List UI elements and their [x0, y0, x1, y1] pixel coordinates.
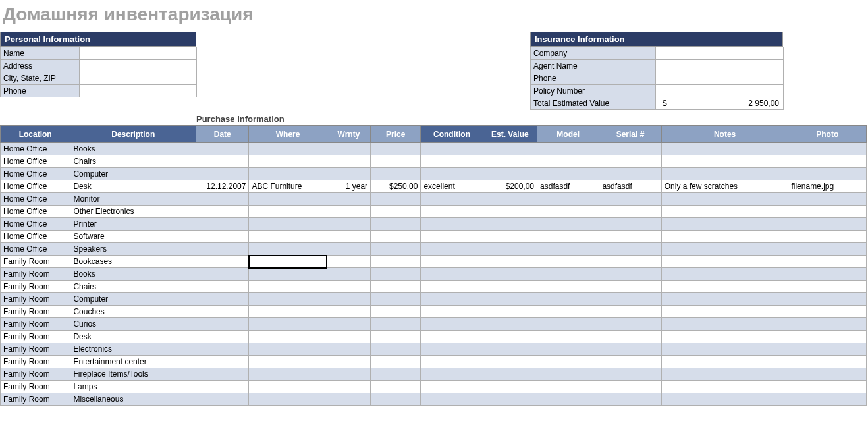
cell-price[interactable]	[371, 168, 421, 180]
cell-model[interactable]	[537, 343, 599, 356]
cell-price[interactable]	[371, 243, 421, 256]
cell-condition[interactable]	[421, 193, 483, 206]
cell-location[interactable]: Family Room	[1, 356, 70, 368]
cell-serial[interactable]	[599, 193, 661, 206]
cell-notes[interactable]	[661, 381, 788, 393]
cell-estvalue[interactable]	[483, 168, 537, 180]
cell-location[interactable]: Family Room	[1, 306, 70, 318]
cell-date[interactable]	[196, 143, 249, 155]
cell-location[interactable]: Home Office	[1, 193, 70, 206]
cell-model[interactable]	[537, 231, 599, 243]
cell-wrnty[interactable]	[327, 293, 370, 306]
cell-condition[interactable]	[421, 155, 483, 168]
cell-wrnty[interactable]	[327, 168, 370, 180]
cell-date[interactable]	[196, 231, 249, 243]
cell-date[interactable]	[196, 155, 249, 168]
cell-date[interactable]	[196, 268, 249, 281]
value-total[interactable]: $ 2 950,00	[656, 97, 784, 110]
cell-notes[interactable]	[661, 256, 788, 268]
cell-price[interactable]	[371, 293, 421, 306]
col-model[interactable]: Model	[537, 126, 599, 143]
cell-description[interactable]: Desk	[70, 331, 196, 343]
cell-wrnty[interactable]	[327, 281, 370, 293]
cell-condition[interactable]	[421, 293, 483, 306]
cell-price[interactable]	[371, 231, 421, 243]
cell-description[interactable]: Miscellaneous	[70, 393, 196, 406]
cell-location[interactable]: Family Room	[1, 381, 70, 393]
cell-description[interactable]: Other Electronics	[70, 206, 196, 218]
cell-estvalue[interactable]	[483, 318, 537, 331]
cell-serial[interactable]	[599, 218, 661, 231]
cell-photo[interactable]	[788, 268, 867, 281]
cell-condition[interactable]	[421, 168, 483, 180]
cell-location[interactable]: Family Room	[1, 343, 70, 356]
cell-description[interactable]: Books	[70, 268, 196, 281]
cell-price[interactable]	[371, 256, 421, 268]
cell-where[interactable]	[249, 193, 327, 206]
value-agent[interactable]	[656, 60, 784, 72]
cell-date[interactable]	[196, 243, 249, 256]
cell-condition[interactable]	[421, 393, 483, 406]
cell-model[interactable]	[537, 206, 599, 218]
cell-serial[interactable]: asdfasdf	[599, 180, 661, 193]
cell-photo[interactable]	[788, 306, 867, 318]
cell-price[interactable]	[371, 343, 421, 356]
cell-date[interactable]	[196, 206, 249, 218]
cell-model[interactable]	[537, 381, 599, 393]
cell-notes[interactable]	[661, 343, 788, 356]
cell-location[interactable]: Family Room	[1, 393, 70, 406]
cell-notes[interactable]	[661, 193, 788, 206]
cell-price[interactable]	[371, 193, 421, 206]
cell-estvalue[interactable]	[483, 206, 537, 218]
cell-notes[interactable]	[661, 331, 788, 343]
cell-description[interactable]: Lamps	[70, 381, 196, 393]
cell-where[interactable]: ABC Furniture	[249, 180, 327, 193]
cell-serial[interactable]	[599, 231, 661, 243]
cell-date[interactable]	[196, 331, 249, 343]
cell-model[interactable]	[537, 155, 599, 168]
cell-estvalue[interactable]	[483, 143, 537, 155]
cell-condition[interactable]: excellent	[421, 180, 483, 193]
cell-date[interactable]	[196, 281, 249, 293]
value-phone[interactable]	[80, 85, 197, 97]
cell-notes[interactable]	[661, 306, 788, 318]
cell-where[interactable]	[249, 231, 327, 243]
cell-model[interactable]	[537, 293, 599, 306]
cell-condition[interactable]	[421, 206, 483, 218]
cell-notes[interactable]	[661, 218, 788, 231]
cell-serial[interactable]	[599, 343, 661, 356]
cell-date[interactable]	[196, 356, 249, 368]
cell-photo[interactable]	[788, 381, 867, 393]
cell-serial[interactable]	[599, 143, 661, 155]
cell-where[interactable]	[249, 318, 327, 331]
cell-where[interactable]	[249, 168, 327, 180]
cell-wrnty[interactable]	[327, 356, 370, 368]
cell-location[interactable]: Family Room	[1, 268, 70, 281]
col-location[interactable]: Location	[1, 126, 70, 143]
cell-price[interactable]	[371, 268, 421, 281]
value-csz[interactable]	[80, 72, 197, 85]
cell-location[interactable]: Family Room	[1, 331, 70, 343]
cell-serial[interactable]	[599, 268, 661, 281]
cell-estvalue[interactable]	[483, 231, 537, 243]
cell-photo[interactable]	[788, 218, 867, 231]
cell-condition[interactable]	[421, 368, 483, 381]
cell-location[interactable]: Family Room	[1, 281, 70, 293]
cell-description[interactable]: Computer	[70, 293, 196, 306]
cell-price[interactable]	[371, 155, 421, 168]
cell-estvalue[interactable]	[483, 268, 537, 281]
cell-price[interactable]	[371, 331, 421, 343]
cell-date[interactable]	[196, 256, 249, 268]
cell-where[interactable]	[249, 381, 327, 393]
cell-price[interactable]	[371, 143, 421, 155]
cell-notes[interactable]	[661, 143, 788, 155]
cell-price[interactable]	[371, 381, 421, 393]
cell-wrnty[interactable]	[327, 343, 370, 356]
cell-estvalue[interactable]	[483, 218, 537, 231]
col-price[interactable]: Price	[371, 126, 421, 143]
cell-condition[interactable]	[421, 343, 483, 356]
cell-location[interactable]: Family Room	[1, 293, 70, 306]
cell-location[interactable]: Home Office	[1, 168, 70, 180]
cell-price[interactable]	[371, 393, 421, 406]
col-wrnty[interactable]: Wrnty	[327, 126, 370, 143]
